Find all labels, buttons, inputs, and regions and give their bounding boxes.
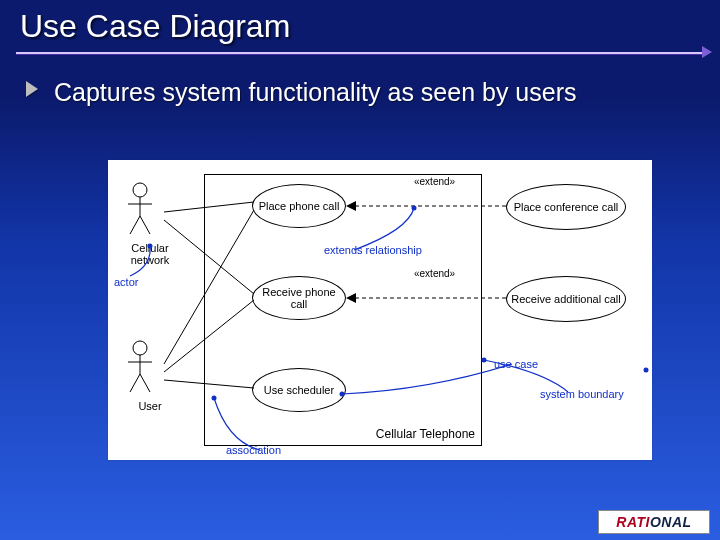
stereotype-extend-2: «extend»	[414, 268, 455, 279]
use-case-receive-additional-call: Receive additional call	[506, 276, 626, 322]
bullet-text: Captures system functionality as seen by…	[54, 78, 576, 106]
actor-label: User	[126, 400, 174, 412]
slide: Use Case Diagram Captures system functio…	[0, 0, 720, 540]
svg-point-22	[644, 368, 649, 373]
use-case-place-conference-call: Place conference call	[506, 184, 626, 230]
bullet-item: Captures system functionality as seen by…	[54, 78, 680, 108]
title-rule	[16, 52, 704, 55]
bullet-arrow-icon	[26, 81, 38, 97]
rational-logo: RATIONAL	[598, 510, 710, 534]
actor-label: Cellular network	[126, 242, 174, 266]
stickman-icon	[126, 182, 154, 236]
use-case-label: Receive phone call	[253, 286, 345, 310]
svg-point-5	[133, 341, 147, 355]
system-boundary-label: Cellular Telephone	[376, 427, 475, 441]
use-case-label: Use scheduler	[264, 384, 334, 396]
annotation-association: association	[226, 444, 281, 456]
svg-line-4	[140, 216, 150, 234]
actor-cellular-network: Cellular network	[126, 182, 174, 266]
svg-line-8	[130, 374, 140, 392]
annotation-actor: actor	[114, 276, 138, 288]
annotation-extends: extends relationship	[324, 244, 422, 256]
use-case-label: Place phone call	[259, 200, 340, 212]
annotation-system-boundary: system boundary	[540, 388, 624, 400]
stickman-icon	[126, 340, 154, 394]
svg-point-21	[482, 358, 487, 363]
svg-point-0	[133, 183, 147, 197]
stereotype-extend-1: «extend»	[414, 176, 455, 187]
title-arrow-icon	[702, 46, 712, 58]
use-case-use-scheduler: Use scheduler	[252, 368, 346, 412]
actor-user: User	[126, 340, 174, 412]
logo-part1: RATI	[616, 514, 650, 530]
svg-line-9	[140, 374, 150, 392]
annotation-use-case: use case	[494, 358, 538, 370]
use-case-place-phone-call: Place phone call	[252, 184, 346, 228]
logo-part2: ONAL	[650, 514, 692, 530]
use-case-diagram: Cellular network User Cellular Telephone…	[108, 160, 652, 460]
page-title: Use Case Diagram	[20, 8, 290, 45]
use-case-receive-phone-call: Receive phone call	[252, 276, 346, 320]
use-case-label: Receive additional call	[511, 293, 620, 305]
use-case-label: Place conference call	[514, 201, 619, 213]
svg-line-3	[130, 216, 140, 234]
